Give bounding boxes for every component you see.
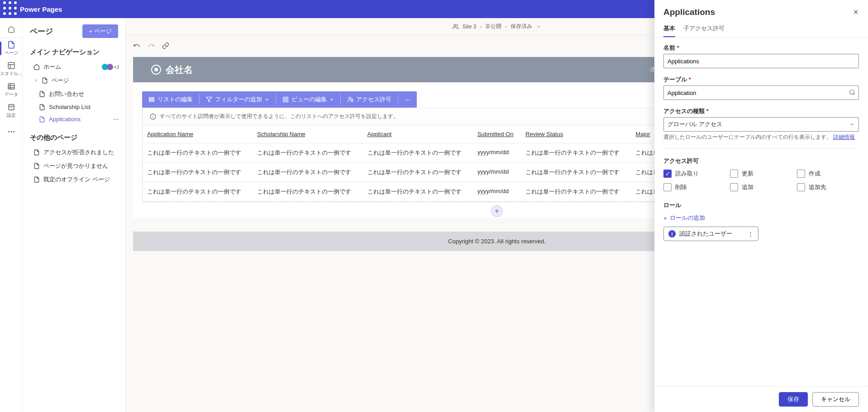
svg-rect-22 [283, 97, 285, 99]
table-cell: これは単一行のテキストの一例です [253, 163, 362, 182]
list-more-button[interactable]: ⋯ [398, 91, 417, 108]
col-sch-name[interactable]: Scholarship Name [253, 125, 362, 143]
permission-button[interactable]: アクセス許可 [341, 91, 398, 108]
table-cell: yyyy/mm/dd [473, 163, 521, 182]
filter-icon [206, 96, 212, 103]
svg-point-17 [13, 131, 14, 133]
perm-read[interactable]: ✓読み取り [663, 170, 725, 178]
perm-create[interactable]: 作成 [797, 170, 859, 178]
svg-point-0 [3, 1, 6, 4]
page-icon [33, 163, 40, 169]
svg-point-4 [9, 7, 11, 9]
rail-data[interactable]: データ [0, 80, 23, 100]
svg-point-15 [8, 131, 10, 133]
table-label: テーブル * [663, 76, 859, 84]
col-applicant[interactable]: Applicant [363, 125, 473, 143]
add-filter-button[interactable]: フィルターの追加 [200, 91, 276, 108]
add-page-button[interactable]: + ページ [82, 24, 118, 38]
page-icon [42, 77, 48, 84]
svg-point-3 [3, 7, 6, 9]
table-input[interactable] [663, 85, 859, 100]
svg-point-16 [10, 131, 12, 133]
svg-point-6 [3, 12, 6, 15]
role-label: 認証されたユーザー [679, 230, 732, 238]
add-page-label: ページ [94, 27, 112, 35]
rail-setup[interactable]: 設定 [0, 100, 23, 121]
shared-badge: +3 [102, 64, 119, 70]
table-cell: これは単一行のテキストの一例です [253, 143, 362, 163]
add-role-button[interactable]: + ロールの追加 [663, 214, 859, 222]
role-heading: ロール [663, 201, 859, 209]
nav-item-contact[interactable]: お問い合わせ [24, 87, 124, 101]
list-icon [148, 96, 155, 103]
rail-pages[interactable]: ページ [0, 38, 23, 59]
perm-append-to[interactable]: 追加先 [797, 183, 859, 191]
name-label: 名前 * [663, 44, 859, 52]
people-icon [453, 24, 459, 30]
company-name: 会社名 [166, 64, 193, 76]
col-status[interactable]: Review Status [521, 125, 631, 143]
role-authenticated-users[interactable]: i 認証されたユーザー ⋮ [663, 227, 758, 241]
learn-more-link[interactable]: 詳細情報 [833, 134, 855, 140]
role-more-icon[interactable]: ⋮ [748, 231, 754, 237]
waffle-icon[interactable] [3, 1, 17, 17]
site-saved: 保存済み [510, 23, 532, 30]
checkbox-icon [730, 183, 738, 191]
logo-icon [151, 65, 161, 75]
rail-style[interactable]: スタイル... [0, 59, 23, 80]
site-logo[interactable]: 会社名 [151, 64, 193, 76]
nav-contact-label: お問い合わせ [49, 90, 84, 98]
nav-item-applications[interactable]: Applications ⋯ [24, 113, 124, 125]
chevron-right-icon [33, 77, 38, 84]
perm-delete[interactable]: 削除 [663, 183, 725, 191]
permissions-heading: アクセス許可 [663, 157, 859, 165]
svg-rect-12 [8, 62, 14, 69]
tab-basic[interactable]: 基本 [663, 24, 675, 37]
page-icon [33, 149, 40, 156]
rail-home-icon[interactable] [0, 21, 22, 38]
rail-pages-label: ページ [5, 50, 18, 56]
site-status: 非公開 [485, 23, 501, 30]
access-type-select[interactable]: グローバル アクセス [663, 117, 859, 132]
svg-rect-24 [283, 100, 285, 102]
nav-item-home[interactable]: ホーム +3 [24, 60, 124, 74]
product-name[interactable]: Power Pages [17, 5, 62, 13]
nav-item-scholarship[interactable]: Scholarship List [24, 101, 124, 113]
page-icon [39, 104, 45, 110]
perm-append[interactable]: 追加 [730, 183, 792, 191]
nav-offline-label: 既定のオフライン ページ [43, 175, 110, 184]
nav-item-pages[interactable]: ページ [24, 74, 124, 87]
name-input[interactable] [663, 54, 859, 68]
nav-item-access-denied[interactable]: アクセスが拒否されました [24, 146, 124, 159]
col-submitted[interactable]: Submitted On [473, 125, 521, 143]
table-cell: これは単一行のテキストの一例です [143, 182, 253, 202]
redo-icon[interactable] [148, 42, 155, 51]
access-type-label: アクセスの種類 * [663, 107, 859, 115]
undo-icon[interactable] [133, 42, 140, 51]
page-icon [33, 176, 40, 183]
svg-rect-21 [149, 100, 154, 101]
tab-child-access[interactable]: 子アクセス許可 [683, 24, 725, 37]
col-app-name[interactable]: Application Name [143, 125, 253, 143]
add-section-button[interactable]: + [491, 205, 503, 217]
perm-update[interactable]: 更新 [730, 170, 792, 178]
table-cell: yyyy/mm/dd [473, 182, 521, 202]
link-icon[interactable] [162, 42, 169, 51]
edit-list-button[interactable]: リストの編集 [142, 91, 199, 108]
edit-view-button[interactable]: ビューの編集 [276, 91, 340, 108]
close-icon[interactable]: ✕ [853, 8, 859, 16]
svg-point-7 [9, 12, 11, 15]
save-button[interactable]: 保存 [779, 392, 808, 407]
search-icon[interactable] [849, 89, 855, 97]
cancel-button[interactable]: キャンセル [812, 392, 859, 407]
plus-icon: + [89, 28, 92, 35]
svg-point-26 [349, 97, 351, 99]
rail-more[interactable] [0, 121, 23, 142]
nav-item-offline[interactable]: 既定のオフライン ページ [24, 173, 124, 186]
svg-point-1 [9, 1, 11, 4]
nav-pages-label: ページ [52, 76, 69, 85]
info-icon [150, 114, 156, 120]
nav-item-more-icon[interactable]: ⋯ [113, 116, 119, 123]
nav-item-not-found[interactable]: ページが見つかりません [24, 159, 124, 173]
rail-style-label: スタイル... [0, 71, 22, 77]
